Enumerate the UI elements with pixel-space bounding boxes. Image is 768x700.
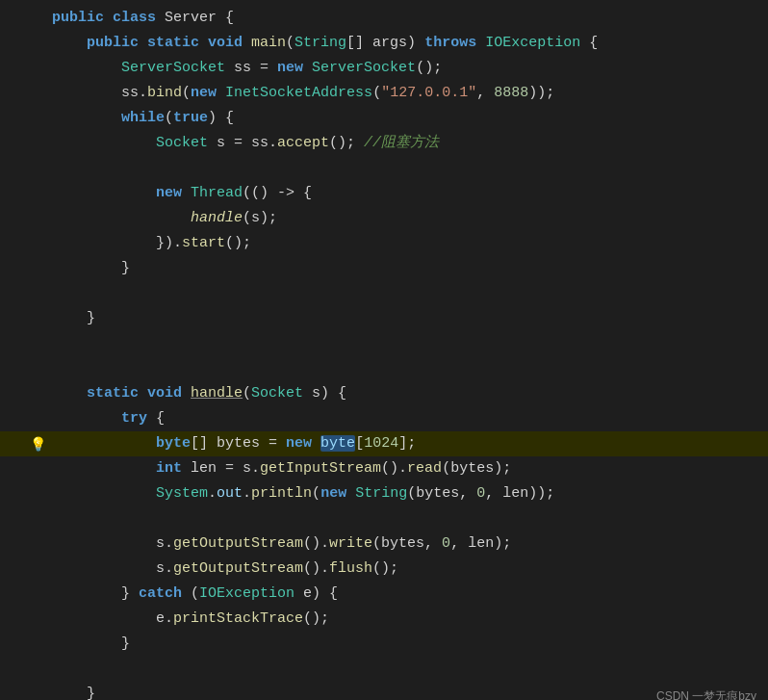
code-text: while(true) { (46, 106, 234, 131)
code-line: } (0, 256, 768, 281)
code-line (0, 506, 768, 531)
warning-icon: 💡 (29, 436, 46, 453)
code-text: }).start(); (46, 231, 251, 256)
code-text: } (46, 306, 95, 331)
code-text: public class Server { (46, 6, 234, 31)
code-line: 💡 byte[] bytes = new byte[1024]; (0, 431, 768, 456)
code-line: public static void main(String[] args) t… (0, 31, 768, 56)
code-text: public static void main(String[] args) t… (46, 31, 598, 56)
code-text: System.out.println(new String(bytes, 0, … (46, 481, 554, 506)
code-line: int len = s.getInputStream().read(bytes)… (0, 456, 768, 481)
code-line: ss.bind(new InetSocketAddress("127.0.0.1… (0, 81, 768, 106)
code-line: Socket s = ss.accept(); //阻塞方法 (0, 131, 768, 156)
code-text: e.printStackTrace(); (46, 607, 329, 632)
code-line: } (0, 682, 768, 700)
code-text: static void handle(Socket s) { (46, 381, 346, 406)
code-line: ServerSocket ss = new ServerSocket(); (0, 56, 768, 81)
code-line: while(true) { (0, 106, 768, 131)
code-line: e.printStackTrace(); (0, 607, 768, 632)
code-line: s.getOutputStream().flush(); (0, 557, 768, 582)
code-text: ss.bind(new InetSocketAddress("127.0.0.1… (46, 81, 554, 106)
code-text: ServerSocket ss = new ServerSocket(); (46, 56, 442, 81)
code-line: public class Server { (0, 6, 768, 31)
code-text: byte[] bytes = new byte[1024]; (46, 431, 416, 456)
code-text: Socket s = ss.accept(); //阻塞方法 (46, 131, 439, 156)
code-line (0, 356, 768, 381)
code-line: handle(s); (0, 206, 768, 231)
code-text: s.getOutputStream().flush(); (46, 557, 398, 582)
code-text: } catch (IOException e) { (46, 582, 338, 607)
code-line: System.out.println(new String(bytes, 0, … (0, 481, 768, 506)
code-line (0, 657, 768, 682)
code-text: new Thread(() -> { (46, 181, 312, 206)
code-line (0, 281, 768, 306)
code-text: } (46, 256, 130, 281)
code-container: public class Server { public static void… (0, 0, 768, 700)
code-line: }).start(); (0, 231, 768, 256)
italic-function: handle (191, 210, 243, 226)
code-line: s.getOutputStream().write(bytes, 0, len)… (0, 531, 768, 557)
code-line (0, 156, 768, 181)
code-line (0, 331, 768, 356)
code-text: int len = s.getInputStream().read(bytes)… (46, 456, 511, 481)
code-text: handle(s); (46, 206, 277, 231)
code-text: } (46, 682, 95, 700)
code-line: } (0, 306, 768, 331)
code-text: s.getOutputStream().write(bytes, 0, len)… (46, 531, 511, 557)
code-line: } catch (IOException e) { (0, 582, 768, 607)
code-line: try { (0, 406, 768, 431)
code-text: try { (46, 406, 165, 431)
code-line: } (0, 632, 768, 657)
code-text: } (46, 632, 130, 657)
code-line: static void handle(Socket s) { (0, 381, 768, 406)
watermark: CSDN 一梦无痕bzy (656, 688, 756, 700)
code-line: new Thread(() -> { (0, 181, 768, 206)
